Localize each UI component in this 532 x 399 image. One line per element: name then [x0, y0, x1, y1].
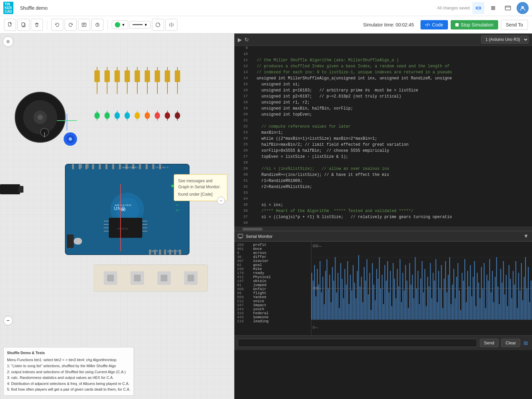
serial-value: Once — [253, 247, 262, 251]
new-btn[interactable] — [4, 19, 16, 31]
svg-rect-202 — [411, 284, 411, 320]
svg-rect-220 — [436, 259, 436, 320]
serial-graph-toggle[interactable]: ≋ — [523, 339, 529, 347]
line-number: 31 — [237, 179, 248, 185]
tooltip-close-btn[interactable]: − — [217, 197, 225, 205]
components-btn[interactable] — [487, 2, 499, 14]
send-button[interactable]: Send — [480, 339, 499, 347]
line-text: RandizeR+=(inx/listSize); // & have it e… — [252, 173, 389, 179]
stop-simulation-button[interactable]: Stop Simulation — [451, 20, 498, 29]
svg-rect-180 — [380, 288, 381, 320]
serial-number: 244 — [237, 307, 250, 311]
svg-rect-144 — [331, 302, 331, 320]
code-line: 38 — [234, 221, 532, 227]
line-dropdown[interactable]: ▼ — [130, 21, 151, 28]
line-number: 18 — [237, 100, 248, 106]
circuit-view-btn[interactable] — [472, 2, 484, 14]
right-panel: ▶ ↻ 1 (Arduino Uno R3) 91011 // the Mill… — [234, 34, 532, 399]
svg-rect-225 — [442, 308, 443, 320]
code-line: 9 — [234, 46, 532, 52]
code-button[interactable]: Code — [421, 20, 448, 29]
send-to-button[interactable]: Send To — [501, 20, 528, 30]
delete-btn[interactable] — [31, 19, 43, 31]
code-hscroll[interactable] — [234, 227, 532, 231]
serial-row: 244youth — [237, 307, 308, 311]
serial-row: 443Someone — [237, 315, 308, 319]
code-line: 37 si = ((long)si*p + r1) % listSize; //… — [234, 215, 532, 221]
code-area[interactable]: 91011 // the Miller Shuffle Algorithm (a… — [234, 46, 532, 227]
serial-row: 412Physical — [237, 275, 308, 279]
svg-rect-231 — [451, 304, 451, 320]
line-number: 32 — [237, 185, 248, 191]
desc-line-2: 2: output indexes and selections of Shuf… — [7, 369, 130, 375]
user-avatar[interactable] — [517, 2, 529, 14]
svg-rect-275 — [511, 298, 512, 320]
svg-rect-217 — [431, 298, 432, 320]
zoom-out-btn[interactable]: − — [3, 316, 13, 325]
svg-rect-195 — [401, 302, 402, 320]
svg-rect-64 — [18, 186, 23, 193]
zoom-control[interactable]: ⊙ — [3, 36, 13, 47]
svg-rect-141 — [326, 259, 327, 320]
redo-btn[interactable] — [65, 19, 77, 31]
serial-number: 116 — [237, 319, 250, 323]
svg-rect-138 — [322, 277, 323, 320]
serial-input-field[interactable] — [238, 339, 477, 347]
svg-rect-161 — [354, 283, 355, 320]
svg-rect-114 — [179, 250, 181, 255]
svg-rect-153 — [343, 298, 344, 320]
color-dropdown[interactable]: ▼ — [112, 20, 128, 29]
graph-label-300: 300— — [313, 286, 322, 290]
copy-btn[interactable] — [17, 19, 29, 31]
svg-rect-187 — [390, 271, 391, 320]
note-btn[interactable] — [78, 19, 90, 31]
serial-value: youth — [253, 307, 264, 311]
svg-rect-216 — [430, 263, 431, 320]
svg-rect-282 — [521, 263, 522, 320]
arduino-selector[interactable]: 1 (Arduino Uno R3) — [481, 36, 529, 44]
svg-rect-255 — [484, 263, 484, 320]
clear-button[interactable]: Clear — [501, 339, 520, 347]
undo-btn[interactable] — [51, 19, 63, 31]
line-number: 33 — [237, 191, 248, 197]
serial-expand-btn[interactable]: ▼ — [523, 233, 529, 239]
serial-graph: 600— 300— 0— — [311, 242, 532, 335]
svg-rect-245 — [470, 265, 471, 320]
svg-rect-208 — [419, 304, 420, 320]
svg-rect-232 — [452, 284, 453, 320]
svg-rect-188 — [391, 306, 392, 320]
svg-rect-182 — [383, 304, 384, 320]
svg-rect-281 — [520, 290, 520, 320]
share-btn[interactable] — [502, 2, 514, 14]
svg-rect-224 — [441, 265, 442, 320]
svg-rect-151 — [340, 263, 341, 320]
svg-text:GND: GND — [87, 163, 89, 168]
redo-code-btn[interactable]: ↻ — [244, 37, 249, 43]
line-number: 13 — [237, 70, 248, 76]
svg-rect-148 — [336, 292, 337, 320]
line-number: 17 — [237, 94, 248, 100]
svg-rect-142 — [328, 288, 328, 320]
mirror-btn[interactable] — [165, 19, 177, 31]
serial-value: Impact — [253, 303, 267, 307]
line-text: si = ((long)si*p + r1) % listSize; // re… — [252, 215, 452, 221]
svg-rect-236 — [458, 263, 458, 320]
rotate-btn[interactable] — [152, 19, 164, 31]
svg-rect-238 — [460, 310, 461, 320]
line-number: 26 — [237, 148, 248, 154]
svg-rect-241 — [464, 259, 465, 320]
svg-rect-209 — [420, 279, 421, 320]
serial-row: 62goal — [237, 263, 308, 267]
serial-row: 401Once — [237, 247, 308, 251]
svg-rect-31 — [135, 70, 140, 82]
toolbar: ▼ ▼ Simulator time: 00:02:45 Code Stop S… — [0, 16, 532, 34]
svg-rect-140 — [325, 271, 326, 320]
line-number: 15 — [237, 82, 248, 88]
measure-btn[interactable] — [91, 19, 103, 31]
stop-icon — [455, 23, 459, 26]
svg-rect-239 — [462, 273, 462, 320]
line-text: unsigned int MillerShuffleAlgo_a(unsigne… — [252, 76, 452, 82]
play-btn[interactable]: ▶ — [238, 37, 242, 43]
svg-rect-6 — [493, 8, 495, 10]
svg-rect-113 — [174, 250, 176, 255]
